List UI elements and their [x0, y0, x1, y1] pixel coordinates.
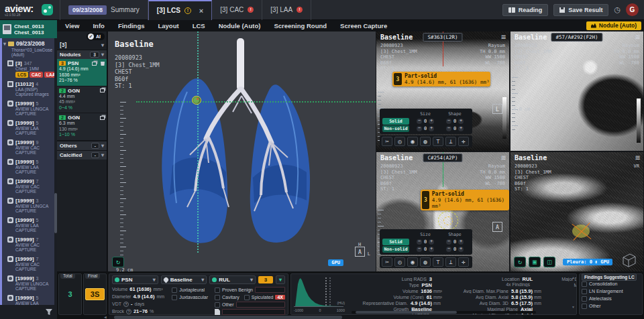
edit-tool-icon[interactable]: ◍ — [420, 257, 431, 267]
stats-vertical-scrollbar[interactable]: ▲▼ — [571, 275, 576, 309]
tab-laa[interactable]: [3] LAA ! — [262, 0, 311, 20]
trash-icon[interactable] — [101, 61, 105, 66]
edit-tool-icon[interactable]: ✛ — [458, 137, 469, 146]
reading-button[interactable]: Reading — [502, 4, 549, 16]
series-selector[interactable]: [3]▾ — [57, 40, 107, 50]
history-icon[interactable]: ◷ — [614, 5, 621, 14]
scroll-left-arrow[interactable]: ◀ — [104, 315, 107, 319]
nonsolid-size-stepper[interactable]: −0+ — [411, 247, 440, 252]
solid-shape-stepper[interactable]: −0+ — [440, 119, 470, 124]
edit-tool-icon[interactable]: ◍ — [420, 137, 431, 146]
edit-tool-icon[interactable]: ⊥ — [445, 137, 456, 146]
comment-row[interactable] — [215, 308, 285, 316]
finding-row[interactable]: Other — [582, 302, 640, 310]
nonsolid-button[interactable]: Non-solid — [382, 246, 409, 253]
finding-row[interactable]: Consolidation — [582, 280, 640, 288]
solid-shape-stepper[interactable]: −0+ — [440, 239, 470, 245]
save-result-button[interactable]: Save Result — [553, 4, 608, 16]
solid-size-stepper[interactable]: −0+ — [411, 239, 440, 245]
nonsolid-size-stepper[interactable]: −0+ — [411, 126, 440, 131]
edit-tool-icon[interactable]: ◉ — [407, 137, 418, 146]
rotate-icon[interactable]: ↻ — [514, 257, 526, 267]
nodule-item[interactable]: 3 PSN 4.9 (14.6) mm 1636 mm³ 21~76 % — [57, 59, 107, 86]
timepoint-select[interactable]: Baseline▾ — [161, 275, 207, 284]
compare-icon[interactable] — [100, 116, 105, 120]
close-icon[interactable]: × — [199, 7, 203, 15]
checkbox[interactable] — [172, 288, 177, 293]
series-item[interactable]: [19999] 5 AVIEW LAA CAPTURE — [2, 294, 54, 305]
location-select[interactable]: RUL▾ — [209, 275, 256, 284]
solid-size-stepper[interactable]: −0+ — [411, 119, 440, 124]
stats-horizontal-scrollbar[interactable] — [352, 311, 536, 314]
info-icon[interactable]: ? — [123, 302, 129, 307]
checkbox[interactable] — [582, 304, 587, 309]
series-item[interactable]: [19999] 3 AVIEW LUNGCA CAPTURE — [2, 274, 54, 294]
checkbox[interactable] — [215, 302, 220, 308]
menu-item[interactable]: Info — [93, 22, 104, 29]
info-icon[interactable]: ? — [126, 309, 131, 314]
series-item[interactable]: [3] 347 Chest_1MM LCSCACLAA — [2, 59, 54, 80]
orientation-marker[interactable]: L — [492, 104, 502, 114]
series-item[interactable]: [19999] 5 AVIEW LAA CAPTURE — [2, 216, 54, 235]
ct-panel-coronal[interactable]: Baseline C#254(A2P) ≡ 20080923[3] Chest_… — [376, 152, 509, 271]
orientation-marker[interactable]: A — [492, 222, 502, 232]
nodule-auto-button[interactable]: Nodule (Auto) — [586, 21, 641, 30]
nodules-section-header[interactable]: Nodules 3▾ — [57, 50, 107, 59]
others-section-header[interactable]: Others -▾ — [57, 141, 107, 150]
compare-icon[interactable] — [100, 88, 105, 92]
series-item[interactable]: [19999] 3 AVIEW LUNGCA CAPTURE — [2, 196, 54, 216]
molecule-icon[interactable] — [42, 4, 53, 15]
edit-tool-icon[interactable]: ✂ — [382, 257, 392, 267]
checkbox-row[interactable]: Juxtapleural — [172, 286, 211, 294]
proven-benign-row[interactable]: Proven Benign — [215, 286, 285, 294]
nodule-annotation[interactable]: 3 Part-solid4.9 (14.6) mm, 61 (1636) mm³ — [421, 190, 509, 210]
checkbox[interactable] — [582, 289, 587, 294]
tab-lcs[interactable]: [3] LCS ! × — [148, 0, 212, 20]
nodule-item[interactable]: 2 GGN 6.3 mm 130 mm³ 1~10 % — [57, 113, 107, 141]
menu-item[interactable]: Screening Round — [274, 22, 327, 29]
calcified-section-header[interactable]: Calcified -▾ — [57, 150, 107, 160]
edit-tool-icon[interactable]: ◎ — [394, 137, 405, 146]
panel-menu-icon[interactable]: ≡ — [501, 153, 506, 162]
nodule-number-badge[interactable]: 3 — [258, 276, 273, 283]
compare-icon[interactable] — [92, 62, 97, 66]
checkbox[interactable] — [215, 295, 220, 300]
series-item[interactable]: [19999] 5 AVIEW LAA CAPTURE — [2, 119, 54, 138]
series-item[interactable]: [19999] 9 AVIEW CAC CAPTURE — [2, 138, 54, 157]
menu-item[interactable]: Layout — [158, 22, 178, 29]
orientation-cube-icon[interactable] — [619, 251, 638, 269]
ai-toggle[interactable]: ✓ AI — [87, 33, 105, 40]
type-select[interactable]: PSN▾ — [112, 275, 158, 284]
comment-field[interactable] — [222, 309, 285, 315]
grayscale-bar[interactable] — [502, 97, 506, 139]
viewer-3d[interactable]: Baseline 20080923[3] Chest_1MMCHESTB60fS… — [108, 31, 376, 271]
edit-tool-icon[interactable]: ⊤ — [433, 257, 443, 267]
edit-tool-icon[interactable]: ◎ — [394, 257, 405, 267]
avatar[interactable]: G — [626, 3, 639, 16]
orientation-cube[interactable]: A H L — [355, 247, 365, 257]
rotate-3d-icon[interactable]: ↻ — [112, 257, 124, 267]
vr-panel[interactable]: Baseline ≡ 20080923[3] Chest_1MMCHESTB60… — [511, 152, 643, 271]
checkbox-row[interactable]: Juxtavascular — [172, 294, 211, 301]
edit-tool-icon[interactable]: ✂ — [382, 137, 392, 146]
panel-menu-icon[interactable]: ≡ — [635, 153, 640, 162]
checkbox[interactable] — [172, 295, 177, 300]
tab-cac[interactable]: [3] CAC ! — [212, 0, 262, 20]
bottom-horizontal-scrollbar[interactable] — [109, 316, 523, 319]
menu-item[interactable]: LCS — [193, 22, 205, 29]
menu-item[interactable]: Screen Capture — [340, 22, 387, 29]
series-item[interactable]: [19999] 5 AVIEW LUNGCA CAPTURE — [2, 99, 54, 119]
series-item[interactable]: [19999] 7 AVIEW CAC CAPTURE — [2, 235, 54, 255]
mask-icon[interactable]: ◫ — [543, 257, 555, 267]
nodule-number-select[interactable]: ▾ — [276, 275, 285, 284]
edit-tool-icon[interactable]: ◉ — [407, 257, 418, 267]
solid-button[interactable]: Solid — [382, 118, 409, 125]
study-header[interactable]: ▾ 09/23/2008 — [2, 38, 54, 48]
panel-menu-icon[interactable]: ≡ — [635, 32, 640, 42]
checkbox[interactable] — [215, 288, 220, 293]
nonsolid-button[interactable]: Non-solid — [382, 125, 409, 132]
nodule-roi[interactable] — [438, 211, 458, 230]
other-field[interactable] — [236, 302, 285, 308]
nonsolid-shape-stepper[interactable]: −0+ — [440, 247, 470, 252]
menu-item[interactable]: Nodule (Auto) — [219, 22, 261, 29]
